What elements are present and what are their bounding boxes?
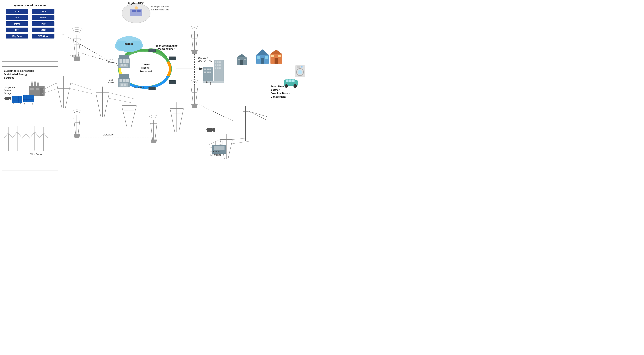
svg-rect-3 bbox=[40, 88, 43, 96]
soc-box: System Operations Center CIS OMS GIS MMI… bbox=[2, 2, 58, 62]
svg-point-201 bbox=[296, 68, 304, 76]
svg-rect-174 bbox=[210, 68, 211, 70]
svg-line-31 bbox=[4, 133, 8, 138]
svg-marker-206 bbox=[212, 127, 215, 132]
svg-line-122 bbox=[196, 34, 198, 50]
svg-line-96 bbox=[208, 140, 220, 145]
fujitsu-noc-label: Fujitsu NOC bbox=[124, 2, 148, 5]
camera-icon bbox=[4, 96, 11, 101]
svg-rect-13 bbox=[12, 96, 22, 103]
svg-rect-150 bbox=[120, 79, 122, 82]
soc-btn-epccore: EPC Core bbox=[32, 34, 54, 38]
soc-btn-cis: CIS bbox=[6, 9, 28, 14]
svg-rect-152 bbox=[126, 79, 129, 82]
svg-rect-4 bbox=[31, 82, 33, 86]
svg-line-68 bbox=[108, 98, 134, 103]
svg-point-7 bbox=[31, 81, 33, 83]
svg-line-116 bbox=[155, 123, 157, 140]
svg-rect-140 bbox=[118, 58, 130, 68]
svg-rect-151 bbox=[123, 79, 126, 82]
svg-marker-189 bbox=[270, 49, 282, 54]
svg-rect-186 bbox=[257, 56, 260, 59]
svg-rect-6 bbox=[37, 83, 39, 86]
soc-btn-mmis: MMIS bbox=[32, 15, 54, 20]
svg-line-110 bbox=[78, 118, 80, 134]
energy-box: Sustainable, RenewableDistributed Energy… bbox=[2, 66, 58, 170]
svg-point-137 bbox=[115, 41, 129, 51]
svg-point-130 bbox=[122, 3, 150, 23]
soc-btn-mdm: MDM bbox=[6, 21, 28, 26]
svg-rect-177 bbox=[210, 71, 211, 73]
svg-rect-207 bbox=[206, 129, 207, 130]
svg-line-19 bbox=[20, 103, 21, 105]
wind-farms-icon bbox=[3, 123, 52, 154]
svg-rect-217 bbox=[244, 59, 246, 60]
svg-rect-144 bbox=[126, 59, 129, 63]
svg-rect-194 bbox=[286, 79, 295, 82]
svg-line-46 bbox=[30, 132, 35, 137]
svg-point-8 bbox=[34, 81, 36, 82]
svg-rect-168 bbox=[215, 67, 216, 69]
microwave-label: Microwave bbox=[102, 133, 114, 136]
svg-marker-11 bbox=[9, 97, 10, 100]
svg-rect-173 bbox=[207, 68, 208, 70]
soc-title: System Operations Center bbox=[4, 4, 56, 7]
svg-point-139 bbox=[118, 44, 140, 52]
svg-line-59 bbox=[71, 83, 92, 90]
svg-rect-164 bbox=[220, 61, 221, 63]
svg-rect-215 bbox=[240, 60, 243, 65]
smart-meter-label: Smart Meter& OtherDownline DeviceManagem… bbox=[270, 85, 290, 98]
svg-line-67 bbox=[109, 93, 134, 99]
svg-point-9 bbox=[37, 82, 39, 83]
svg-line-66 bbox=[104, 93, 109, 117]
svg-line-128 bbox=[196, 88, 198, 104]
svg-line-25 bbox=[24, 102, 25, 105]
svg-rect-149 bbox=[119, 74, 129, 79]
soc-btn-oms: OMS bbox=[32, 9, 54, 14]
svg-rect-171 bbox=[203, 67, 213, 81]
svg-rect-12 bbox=[4, 98, 5, 99]
svg-line-50 bbox=[44, 133, 48, 138]
data-center-top-label: DataCenter bbox=[108, 58, 114, 63]
svg-rect-10 bbox=[5, 97, 9, 100]
svg-marker-117 bbox=[150, 140, 157, 143]
svg-point-134 bbox=[134, 6, 138, 9]
svg-rect-170 bbox=[220, 67, 221, 69]
soc-grid: CIS OMS GIS MMIS MDM NOC IoT SOC Big Dat… bbox=[4, 9, 56, 38]
svg-rect-191 bbox=[271, 55, 274, 57]
svg-marker-184 bbox=[256, 49, 269, 55]
soc-btn-soc: SOC bbox=[32, 27, 54, 32]
substation-label: SubstationMonitoring bbox=[210, 150, 221, 156]
soc-btn-bigdata: Big Data bbox=[6, 34, 28, 38]
svg-rect-132 bbox=[132, 10, 136, 12]
ip-mpls-label: IP / MPLS bbox=[134, 86, 144, 89]
svg-line-99 bbox=[231, 141, 249, 144]
fiber-broadband-label: Fiber Broadband tothe Consumer bbox=[148, 44, 184, 50]
svg-line-30 bbox=[8, 133, 13, 138]
svg-rect-141 bbox=[119, 55, 129, 59]
svg-rect-162 bbox=[215, 61, 216, 63]
svg-rect-190 bbox=[274, 58, 278, 64]
svg-rect-145 bbox=[120, 64, 128, 67]
energy-title: Sustainable, RenewableDistributed Energy… bbox=[4, 69, 56, 79]
svg-rect-143 bbox=[123, 59, 126, 63]
svg-rect-175 bbox=[204, 71, 206, 73]
svg-rect-155 bbox=[124, 83, 126, 86]
svg-line-127 bbox=[191, 88, 193, 104]
svg-rect-160 bbox=[169, 80, 176, 84]
soc-btn-gis: GIS bbox=[6, 15, 28, 20]
data-center-bottom-label: DataCenter bbox=[108, 79, 114, 84]
svg-line-90 bbox=[248, 111, 267, 120]
svg-rect-199 bbox=[292, 79, 294, 82]
svg-line-98 bbox=[232, 138, 249, 140]
managed-services-label: Managed Services& Business Engine bbox=[151, 5, 169, 11]
svg-rect-133 bbox=[137, 10, 140, 12]
svg-rect-165 bbox=[215, 64, 216, 66]
svg-rect-187 bbox=[265, 56, 268, 59]
svg-line-57 bbox=[66, 83, 71, 108]
svg-rect-213 bbox=[237, 57, 246, 65]
svg-rect-185 bbox=[261, 58, 264, 64]
utility-solar-label: Utility-scaleSolar &Storage bbox=[4, 86, 15, 95]
svg-rect-169 bbox=[217, 67, 218, 69]
svg-line-41 bbox=[22, 134, 26, 139]
